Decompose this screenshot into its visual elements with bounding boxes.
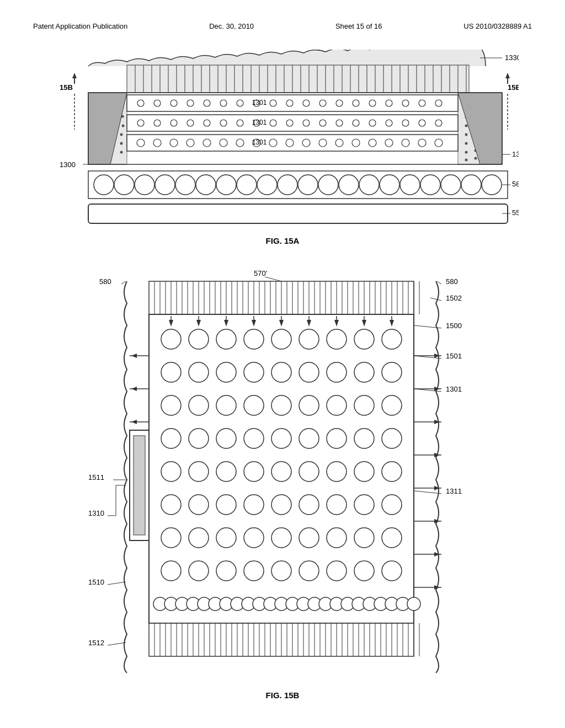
svg-rect-106: [127, 95, 458, 111]
svg-marker-432: [131, 387, 137, 391]
svg-point-289: [382, 329, 402, 349]
svg-point-172: [196, 175, 216, 195]
svg-point-296: [327, 362, 347, 382]
svg-marker-430: [131, 354, 137, 358]
svg-point-60: [120, 133, 123, 136]
svg-point-345: [189, 561, 209, 581]
svg-point-339: [271, 528, 291, 548]
svg-text:1301: 1301: [252, 138, 267, 146]
svg-point-179: [339, 175, 359, 195]
svg-point-341: [327, 528, 347, 548]
svg-point-183: [420, 175, 440, 195]
svg-point-302: [244, 395, 264, 415]
svg-point-317: [161, 462, 181, 481]
svg-point-105: [475, 157, 477, 160]
fig15a-diagram: 1330 1300 1301 1301 1301 1311 580 550 15…: [44, 50, 519, 237]
svg-point-295: [299, 362, 319, 382]
svg-point-182: [400, 175, 420, 195]
svg-line-456: [265, 277, 281, 281]
svg-text:1500: 1500: [446, 322, 462, 330]
svg-point-293: [244, 362, 264, 382]
svg-text:1501: 1501: [446, 352, 462, 360]
svg-marker-209: [505, 73, 510, 78]
svg-point-186: [482, 175, 502, 195]
svg-point-335: [161, 528, 181, 548]
svg-point-313: [299, 429, 319, 448]
svg-point-306: [354, 395, 374, 415]
svg-point-329: [244, 495, 264, 515]
svg-point-334: [382, 495, 402, 515]
svg-text:1330: 1330: [505, 53, 519, 62]
svg-text:1311: 1311: [446, 487, 462, 495]
svg-point-316: [382, 429, 402, 448]
svg-text:1511: 1511: [88, 473, 104, 481]
svg-point-323: [327, 462, 347, 481]
svg-point-171: [175, 175, 195, 195]
svg-point-96: [465, 142, 468, 145]
svg-line-460: [414, 325, 441, 328]
svg-point-104: [465, 159, 468, 162]
svg-point-331: [299, 495, 319, 515]
svg-text:580: 580: [99, 277, 111, 286]
svg-line-454: [437, 281, 441, 284]
svg-text:580: 580: [446, 277, 458, 286]
svg-line-452: [121, 281, 126, 284]
svg-point-320: [244, 462, 264, 481]
svg-point-181: [380, 175, 399, 195]
svg-point-301: [216, 395, 236, 415]
header-patent: US 2010/0328889 A1: [463, 22, 532, 30]
svg-line-472: [414, 491, 441, 494]
svg-text:570': 570': [254, 269, 267, 277]
svg-rect-126: [127, 115, 458, 131]
svg-rect-146: [127, 135, 458, 151]
svg-point-303: [271, 395, 291, 415]
svg-point-290: [161, 362, 181, 382]
svg-point-300: [189, 395, 209, 415]
svg-point-285: [271, 329, 291, 349]
svg-point-344: [161, 561, 181, 581]
svg-text:550: 550: [512, 208, 519, 217]
svg-point-333: [354, 495, 374, 515]
svg-point-299: [161, 395, 181, 415]
svg-point-298: [382, 362, 402, 382]
svg-text:580: 580: [512, 180, 519, 188]
fig15b-label: FIG. 15B: [266, 690, 300, 700]
svg-point-281: [161, 329, 181, 349]
svg-point-173: [216, 175, 236, 195]
svg-point-305: [327, 395, 347, 415]
svg-point-318: [189, 462, 209, 481]
svg-text:1301: 1301: [252, 99, 267, 106]
svg-point-315: [354, 429, 374, 448]
svg-text:1310: 1310: [88, 509, 104, 517]
fig15a-label: FIG. 15A: [266, 236, 300, 246]
svg-text:1301: 1301: [446, 385, 462, 393]
svg-marker-205: [72, 73, 77, 78]
svg-point-64: [120, 142, 123, 145]
header-publication-label: Patent Application Publication: [33, 22, 127, 30]
svg-point-314: [327, 429, 347, 448]
svg-point-292: [216, 362, 236, 382]
svg-text:15B: 15B: [508, 83, 519, 92]
svg-point-180: [359, 175, 379, 195]
svg-point-294: [271, 362, 291, 382]
svg-rect-0: [127, 65, 469, 93]
svg-point-185: [461, 175, 481, 195]
svg-point-311: [244, 429, 264, 448]
svg-point-92: [465, 133, 468, 136]
svg-point-332: [327, 495, 347, 515]
svg-point-178: [318, 175, 338, 195]
svg-point-297: [354, 362, 374, 382]
svg-point-287: [327, 329, 347, 349]
svg-point-174: [237, 175, 257, 195]
svg-line-458: [430, 298, 441, 301]
svg-point-100: [465, 151, 468, 154]
svg-point-304: [299, 395, 319, 415]
svg-point-346: [216, 561, 236, 581]
svg-point-338: [244, 528, 264, 548]
svg-text:1301: 1301: [252, 119, 267, 126]
svg-point-349: [299, 561, 319, 581]
patent-page: Patent Application Publication Dec. 30, …: [0, 0, 565, 728]
header-date: Dec. 30, 2010: [209, 22, 254, 30]
svg-point-309: [189, 429, 209, 448]
svg-text:1510: 1510: [88, 578, 104, 586]
